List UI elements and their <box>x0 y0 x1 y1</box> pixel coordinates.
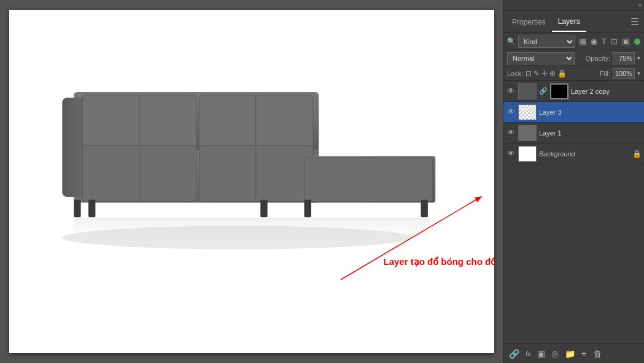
layer-name: Layer 1 <box>539 129 642 137</box>
lock-pixels-icon[interactable]: ⊡ <box>526 69 532 78</box>
layer-mask-thumb <box>550 83 568 99</box>
layer-thumbnail <box>518 125 537 141</box>
collapse-icon[interactable]: « <box>638 2 642 9</box>
eye-icon[interactable]: 👁 <box>506 86 516 96</box>
opacity-input[interactable] <box>613 52 635 64</box>
layer-name: Layer 2 copy <box>571 88 642 95</box>
fx-icon[interactable]: fx <box>524 349 533 359</box>
adjustment-filter-icon[interactable]: ◉ <box>589 36 599 47</box>
shape-filter-icon[interactable]: ⊡ <box>610 36 619 47</box>
layer-item[interactable]: 👁 Background 🔒 <box>503 143 644 164</box>
layer-item[interactable]: 👁 Layer 3 <box>503 102 644 123</box>
image-filter-icon[interactable]: ▦ <box>578 36 588 47</box>
blend-mode-select[interactable]: Normal Multiply Screen Overlay <box>507 52 575 64</box>
svg-rect-18 <box>74 200 80 218</box>
fill-input[interactable] <box>613 68 635 79</box>
lock-artboard-icon[interactable]: ⊕ <box>549 69 556 78</box>
adjustment-layer-icon[interactable]: ▣ <box>535 348 547 360</box>
fill-label: Fill: <box>600 70 610 77</box>
layer-name: Background <box>539 150 630 158</box>
search-toolbar: 🔍 Kind ▦ ◉ T ⊡ ▣ <box>503 33 644 50</box>
layer-lock-icon: 🔒 <box>632 150 642 158</box>
panel-collapse-row: « <box>503 0 644 11</box>
lock-label: Lock: <box>507 70 523 77</box>
tab-properties[interactable]: Properties <box>506 13 552 31</box>
eye-icon[interactable]: 👁 <box>506 128 516 137</box>
svg-rect-16 <box>304 200 311 218</box>
opacity-arrow[interactable]: ▾ <box>637 55 640 61</box>
chain-icon[interactable]: 🔗 <box>539 87 548 95</box>
panel-bottom-toolbar: 🔗 fx ▣ ◎ 📁 + 🗑 <box>503 343 644 363</box>
smart-filter-icon[interactable]: ▣ <box>621 36 630 47</box>
group-icon[interactable]: 📁 <box>563 348 577 360</box>
lock-position-icon[interactable]: ✎ <box>533 69 540 78</box>
layers-panel: « Properties Layers ☰ 🔍 Kind ▦ ◉ T ⊡ ▣ N… <box>503 0 644 363</box>
mask-icon[interactable]: ◎ <box>549 348 561 360</box>
eye-icon[interactable]: 👁 <box>506 107 516 117</box>
layer-thumbnail <box>518 146 537 162</box>
kind-select[interactable]: Kind <box>518 36 575 48</box>
blend-opacity-row: Normal Multiply Screen Overlay Opacity: … <box>503 50 644 66</box>
toolbar-icons: ▦ ◉ T ⊡ ▣ <box>578 36 630 47</box>
layers-list: 👁 🔗 Layer 2 copy 👁 Layer 3 👁 Layer 1 <box>503 81 644 343</box>
panel-header: Properties Layers ☰ <box>503 11 644 33</box>
opacity-label: Opacity: <box>586 55 610 62</box>
lock-icons: ⊡ ✎ ✛ ⊕ 🔒 <box>526 69 567 78</box>
layer-thumbnail <box>518 83 537 99</box>
search-icon: 🔍 <box>507 37 516 45</box>
tab-layers[interactable]: Layers <box>552 12 586 32</box>
svg-rect-14 <box>88 200 95 218</box>
layer-name: Layer 3 <box>539 109 642 116</box>
layer-item[interactable]: 👁 🔗 Layer 2 copy <box>503 81 644 102</box>
svg-rect-15 <box>260 200 267 218</box>
eye-icon[interactable]: 👁 <box>506 149 516 158</box>
new-layer-icon[interactable]: + <box>580 347 589 361</box>
type-filter-icon[interactable]: T <box>600 36 608 47</box>
panel-menu-icon[interactable]: ☰ <box>628 13 642 30</box>
link-icon[interactable]: 🔗 <box>507 348 521 360</box>
layer-item[interactable]: 👁 Layer 1 <box>503 123 644 143</box>
canvas-document: Layer tạo đổ bóng cho đối tượng <box>9 10 494 353</box>
delete-layer-icon[interactable]: 🗑 <box>591 348 603 360</box>
lock-all-icon[interactable]: 🔒 <box>557 69 567 78</box>
canvas-area: Layer tạo đổ bóng cho đối tượng <box>0 0 503 363</box>
svg-rect-17 <box>421 200 427 218</box>
fill-arrow[interactable]: ▾ <box>637 70 640 77</box>
layer-thumbnail <box>518 104 537 120</box>
lock-row: Lock: ⊡ ✎ ✛ ⊕ 🔒 Fill: ▾ <box>503 66 644 81</box>
sofa-illustration <box>28 22 476 255</box>
lock-move-icon[interactable]: ✛ <box>541 69 548 78</box>
green-status-dot <box>634 39 640 45</box>
svg-rect-13 <box>304 157 432 201</box>
svg-rect-19 <box>74 218 430 247</box>
annotation-text: Layer tạo đổ bóng cho đối tượng <box>384 256 494 267</box>
